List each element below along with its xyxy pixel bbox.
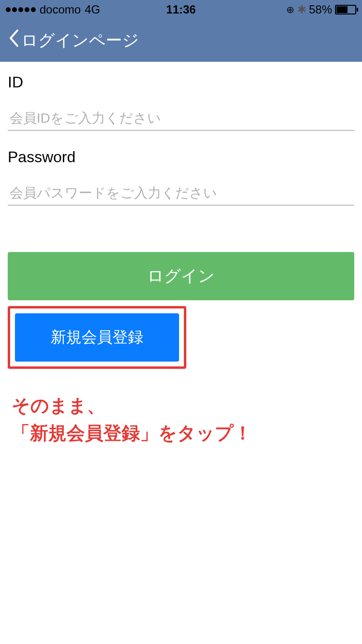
password-label: Password xyxy=(8,148,354,166)
page-title: ログインページ xyxy=(21,29,139,52)
password-input[interactable] xyxy=(8,182,354,206)
battery-percent: 58% xyxy=(309,3,332,16)
highlight-annotation-box: 新規会員登録 xyxy=(8,306,186,369)
status-left: docomo 4G xyxy=(6,3,100,16)
back-chevron-icon[interactable] xyxy=(8,28,19,53)
password-field-group: Password xyxy=(8,148,354,206)
network-label: 4G xyxy=(84,3,100,16)
status-time: 11:36 xyxy=(166,3,195,16)
carrier-label: docomo xyxy=(40,3,81,16)
id-label: ID xyxy=(8,73,354,91)
content-area: ID Password ログイン 新規会員登録 そのまま、 「新規会員登録」をタ… xyxy=(0,62,362,459)
annotation-line-2: 「新規会員登録」をタップ！ xyxy=(12,420,354,447)
id-field-group: ID xyxy=(8,73,354,131)
status-right: ⊕ ✱ 58% xyxy=(286,3,356,16)
battery-icon xyxy=(335,5,356,14)
signal-strength-icon xyxy=(6,7,36,12)
id-input[interactable] xyxy=(8,107,354,131)
annotation-line-1: そのまま、 xyxy=(12,392,354,420)
nav-bar: ログインページ xyxy=(0,19,362,62)
bluetooth-icon: ✱ xyxy=(297,3,306,16)
orientation-lock-icon: ⊕ xyxy=(286,4,294,15)
instruction-annotation: そのまま、 「新規会員登録」をタップ！ xyxy=(8,392,354,447)
status-bar: docomo 4G 11:36 ⊕ ✱ 58% xyxy=(0,0,362,19)
login-button[interactable]: ログイン xyxy=(8,252,354,300)
register-button[interactable]: 新規会員登録 xyxy=(15,313,179,362)
